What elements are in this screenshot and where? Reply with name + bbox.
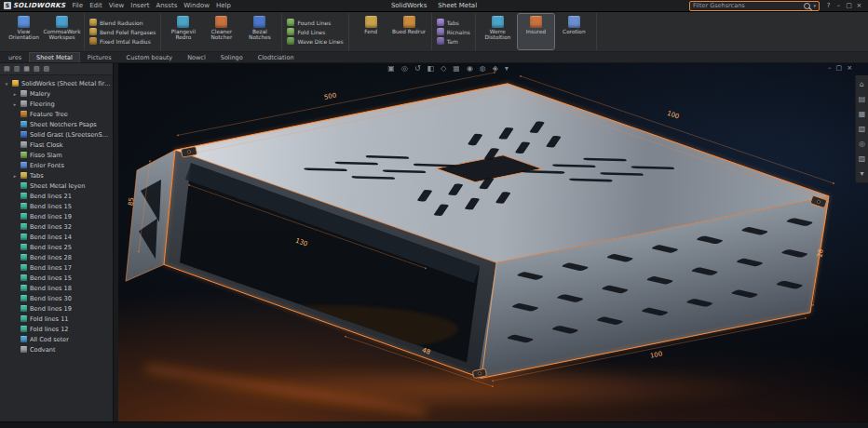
- command-tab[interactable]: Nowcl: [180, 52, 213, 62]
- tree-item[interactable]: Enler Fonts: [0, 160, 113, 170]
- tree-item[interactable]: Bend lines 14: [0, 232, 113, 242]
- command-tab[interactable]: Custom beauty: [119, 52, 181, 62]
- menu-item[interactable]: Anssts: [156, 2, 177, 9]
- expander-icon[interactable]: ▾: [4, 81, 9, 87]
- ribbon-button[interactable]: Bued Redrur: [391, 14, 427, 49]
- ribbon-button[interactable]: Fend: [353, 14, 389, 49]
- command-tab[interactable]: Sheet Metal: [29, 52, 80, 62]
- ribbon-button[interactable]: Wave Dice Lines: [286, 37, 344, 45]
- viewport-minimize-icon[interactable]: –: [828, 64, 832, 72]
- ribbon-button[interactable]: Tam: [436, 37, 471, 45]
- file-explorer-icon[interactable]: ▦: [859, 110, 866, 118]
- menu-item[interactable]: Window: [183, 2, 210, 9]
- ribbon-button[interactable]: Fixed Imtal Radius: [88, 37, 156, 45]
- menu-item[interactable]: Insert: [130, 2, 149, 9]
- minimize-icon[interactable]: –: [834, 2, 844, 9]
- flange-icon: [177, 16, 189, 28]
- menu-item[interactable]: View: [109, 2, 125, 9]
- help-icon[interactable]: ?: [823, 2, 834, 9]
- appearances-icon[interactable]: ◎: [859, 140, 865, 148]
- tree-item[interactable]: ▸ Malery: [0, 88, 113, 99]
- task-pane-expand-icon[interactable]: ▾: [860, 169, 863, 178]
- section-view-icon[interactable]: ◧: [427, 64, 435, 73]
- view-orientation-icon[interactable]: ◇: [441, 64, 446, 73]
- menu-item[interactable]: File: [72, 2, 83, 9]
- tree-item[interactable]: Bend lines 19: [0, 211, 113, 221]
- search-box[interactable]: Filter Gsehsrcans ▾: [689, 1, 820, 11]
- custom-properties-icon[interactable]: ▨: [859, 154, 866, 163]
- ribbon-button[interactable]: Insured: [518, 14, 554, 49]
- tree-item[interactable]: Bend lines 19: [0, 303, 113, 314]
- ribbon-button[interactable]: Tabs: [436, 19, 471, 26]
- ribbon-button[interactable]: Bend Folel fiargases: [88, 28, 156, 35]
- menu-item[interactable]: Edit: [89, 2, 102, 9]
- ribbon-button[interactable]: Werre Distoltion: [480, 14, 516, 49]
- propertymanager-tab-icon[interactable]: ▥: [14, 65, 20, 73]
- resources-icon[interactable]: ⌂: [860, 80, 864, 88]
- graphics-area[interactable]: 500 100 85 130 48 28: [118, 63, 868, 421]
- tree-item-label: Bend lines 17: [30, 264, 72, 272]
- tree-item[interactable]: Fold lines 12: [0, 324, 113, 334]
- tree-item[interactable]: Codvant: [0, 344, 113, 354]
- tree-item[interactable]: ▸ Fleering: [0, 99, 113, 109]
- tree-item[interactable]: Sheet Metal leyen: [0, 181, 113, 191]
- tree-item[interactable]: Flast Closk: [0, 140, 113, 150]
- maximize-icon[interactable]: ▢: [844, 2, 854, 9]
- tree-item[interactable]: Bend lines 25: [0, 242, 113, 252]
- tree-item[interactable]: Bend lines 15: [0, 201, 113, 211]
- viewport-restore-icon[interactable]: ▢: [836, 64, 843, 72]
- expander-icon[interactable]: ▸: [12, 173, 18, 179]
- edit-appearance-icon[interactable]: ◍: [480, 64, 486, 73]
- command-tab[interactable]: Solingo: [213, 52, 251, 62]
- tree-item[interactable]: Sheet Notchers Psaps: [0, 119, 113, 129]
- previous-view-icon[interactable]: ↺: [414, 64, 421, 73]
- ribbon-button[interactable]: CommsaWork Workspes: [44, 14, 80, 49]
- view-settings-icon[interactable]: ◈: [493, 64, 498, 73]
- ribbon-button[interactable]: View Orientation: [6, 14, 42, 49]
- search-dropdown-icon[interactable]: ▾: [813, 3, 816, 8]
- zoom-area-icon[interactable]: ◎: [401, 64, 408, 73]
- search-icon[interactable]: [804, 3, 810, 9]
- ribbon-button[interactable]: Fold Lines: [286, 28, 344, 35]
- tree-item[interactable]: Bend lines 17: [0, 262, 113, 273]
- zoom-fit-icon[interactable]: ▣: [387, 64, 395, 73]
- featuremanager-tab-icon[interactable]: ▤: [4, 65, 10, 73]
- expander-icon[interactable]: ▸: [12, 91, 18, 97]
- tree-item[interactable]: Bend lines 21: [0, 191, 113, 201]
- hud-expand-icon[interactable]: ▾: [505, 64, 509, 73]
- menu-item[interactable]: Help: [216, 2, 231, 9]
- tree-item[interactable]: ▾ SolidWorks (Sheet Metal firm, Cold): [0, 78, 113, 88]
- display-style-icon[interactable]: ▦: [453, 64, 460, 73]
- command-tab[interactable]: Pictures: [80, 52, 119, 62]
- tree-item[interactable]: All Cod seter: [0, 334, 113, 344]
- command-tab[interactable]: ures: [1, 52, 29, 62]
- ribbon-button[interactable]: Ricnains: [436, 28, 471, 35]
- ribbon-button[interactable]: Plangevil Redro: [165, 14, 201, 49]
- tree-item[interactable]: Bend lines 18: [0, 283, 113, 293]
- tree-item[interactable]: Bend lines 15: [0, 273, 113, 283]
- ribbon-button[interactable]: Blend Radusion: [88, 19, 156, 26]
- tree-item[interactable]: Solid Grast (LSreetsenSM1.476): [0, 129, 113, 140]
- ribbon-button[interactable]: Found Lines: [286, 19, 344, 26]
- close-icon[interactable]: ×: [854, 2, 864, 9]
- tree-item[interactable]: Bend lines 28: [0, 252, 113, 262]
- displaymanager-tab-icon[interactable]: ▨: [44, 65, 50, 73]
- hide-show-icon[interactable]: ◉: [467, 64, 473, 73]
- dimxpert-tab-icon[interactable]: ▧: [34, 65, 40, 73]
- ribbon-button[interactable]: Bezal Notches: [241, 14, 278, 49]
- tree-item[interactable]: ▸ Tabs: [0, 170, 113, 181]
- tree-item[interactable]: Fisso Slam: [0, 150, 113, 160]
- ribbon-button[interactable]: Cleaner Notcher: [203, 14, 239, 49]
- design-library-icon[interactable]: ▤: [859, 95, 866, 103]
- viewport-close-icon[interactable]: ×: [847, 64, 852, 72]
- tree-item[interactable]: Fold lines 11: [0, 314, 113, 324]
- expander-icon[interactable]: ▸: [12, 101, 18, 107]
- tree-item[interactable]: Bend lines 30: [0, 293, 113, 303]
- tree-item[interactable]: Bend lines 32: [0, 221, 113, 232]
- ribbon-button[interactable]: Corotion: [556, 14, 592, 49]
- view-palette-icon[interactable]: ▧: [859, 125, 866, 133]
- tree-item[interactable]: Feature Tree: [0, 109, 113, 119]
- search-input[interactable]: Filter Gsehsrcans: [693, 2, 801, 9]
- configurationmanager-tab-icon[interactable]: ▦: [23, 65, 30, 73]
- command-tab[interactable]: Clodtciation: [251, 52, 302, 62]
